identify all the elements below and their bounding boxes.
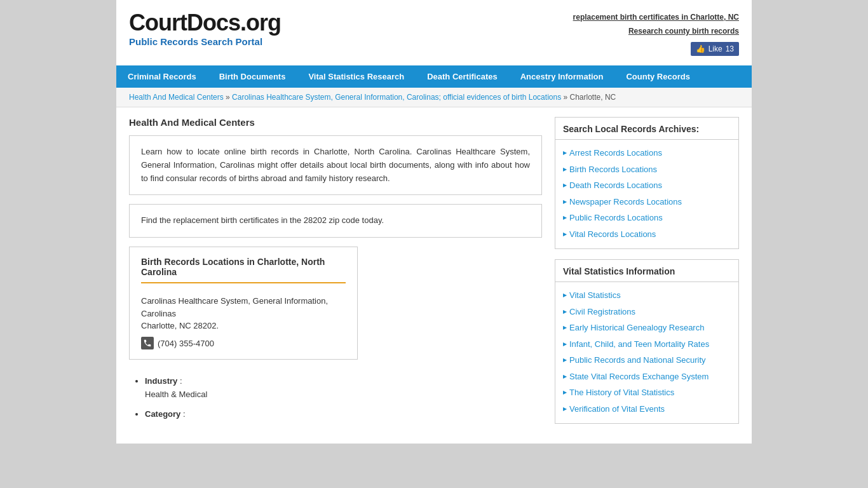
list-item: Vital Records Locations — [563, 226, 731, 243]
archives-title: Search Local Records Archives: — [555, 118, 738, 140]
nav-county-records[interactable]: County Records — [614, 65, 701, 88]
nav-vital-statistics-research[interactable]: Vital Statistics Research — [297, 65, 416, 88]
vital-link-7[interactable]: Verification of Vital Events — [569, 403, 665, 416]
nav-death-certificates[interactable]: Death Certificates — [416, 65, 509, 88]
archives-link-vital[interactable]: Vital Records Locations — [569, 228, 656, 241]
archives-link-public[interactable]: Public Records Locations — [569, 212, 663, 224]
logo-area: CourtDocs.org Public Records Search Port… — [129, 10, 281, 47]
list-item: Arrest Records Locations — [563, 145, 731, 161]
industry-value: Health & Medical — [145, 388, 542, 402]
phone-svg — [143, 339, 152, 348]
paragraph1: Learn how to locate online birth records… — [141, 147, 530, 183]
header-right: replacement birth certificates in Charlo… — [573, 10, 739, 56]
vital-link-1[interactable]: Civil Registrations — [569, 306, 635, 318]
header-link2[interactable]: Research county birth records — [573, 27, 739, 36]
sidebar: Search Local Records Archives: Arrest Re… — [555, 117, 739, 434]
category-item: Category : — [145, 408, 542, 421]
vital-link-3[interactable]: Infant, Child, and Teen Mortality Rates — [569, 338, 709, 351]
breadcrumb-link2[interactable]: Carolinas Healthcare System, General Inf… — [232, 93, 561, 102]
breadcrumb-sep2: » — [564, 93, 570, 102]
vital-link-2[interactable]: Early Historical Genealogy Research — [569, 322, 704, 334]
archives-list: Arrest Records Locations Birth Records L… — [555, 140, 738, 248]
list-item: Death Records Locations — [563, 177, 731, 194]
list-item: Birth Records Locations — [563, 161, 731, 178]
list-item: State Vital Records Exchange System — [563, 369, 731, 385]
phone-row: (704) 355-4700 — [141, 337, 346, 349]
list-item: Early Historical Genealogy Research — [563, 320, 731, 336]
page-title: Health And Medical Centers — [129, 117, 542, 128]
industry-label: Industry — [145, 376, 177, 386]
vital-stats-box: Vital Statistics Information Vital Stati… — [555, 259, 739, 424]
industry-item: Industry : Health & Medical — [145, 375, 542, 402]
breadcrumb: Health And Medical Centers » Carolinas H… — [116, 88, 752, 107]
paragraph2: Find the replacement birth certificates … — [141, 215, 384, 225]
site-logo[interactable]: CourtDocs.org — [129, 10, 281, 36]
main-nav: Criminal Records Birth Documents Vital S… — [116, 65, 752, 88]
list-item: Public Records Locations — [563, 210, 731, 226]
header-link1[interactable]: replacement birth certificates in Charlo… — [573, 13, 739, 22]
vital-link-6[interactable]: The History of Vital Statistics — [569, 386, 674, 399]
industry-section: Industry : Health & Medical Category : — [129, 369, 542, 433]
breadcrumb-link1[interactable]: Health And Medical Centers — [129, 93, 224, 102]
breadcrumb-sep1: » — [226, 93, 232, 102]
archives-link-arrest[interactable]: Arrest Records Locations — [569, 147, 662, 159]
archives-link-death[interactable]: Death Records Locations — [569, 179, 662, 192]
list-item: Public Records and National Security — [563, 352, 731, 369]
list-item: Civil Registrations — [563, 304, 731, 320]
location-card-name: Carolinas Healthcare System, General Inf… — [141, 295, 346, 320]
archives-link-birth[interactable]: Birth Records Locations — [569, 163, 657, 176]
category-label: Category — [145, 409, 180, 419]
location-card-address: Charlotte, NC 28202. — [141, 321, 346, 330]
breadcrumb-current: Charlotte, NC — [570, 93, 616, 102]
location-card-title: Birth Records Locations in Charlotte, No… — [141, 257, 346, 286]
list-item: Newspaper Records Locations — [563, 194, 731, 210]
vital-link-0[interactable]: Vital Statistics — [569, 289, 621, 302]
list-item: Infant, Child, and Teen Mortality Rates — [563, 336, 731, 353]
like-count: 13 — [726, 44, 734, 53]
vital-stats-list: Vital Statistics Civil Registrations Ear… — [555, 282, 738, 423]
archives-box: Search Local Records Archives: Arrest Re… — [555, 117, 739, 249]
like-button[interactable]: 👍 Like 13 — [691, 42, 739, 56]
vital-stats-title: Vital Statistics Information — [555, 260, 738, 282]
vital-link-4[interactable]: Public Records and National Security — [569, 354, 706, 367]
thumbs-up-icon: 👍 — [696, 44, 705, 53]
list-item: Verification of Vital Events — [563, 401, 731, 417]
location-card: Birth Records Locations in Charlotte, No… — [129, 247, 358, 360]
nav-ancestry-information[interactable]: Ancestry Information — [509, 65, 615, 88]
list-item: The History of Vital Statistics — [563, 384, 731, 401]
nav-birth-documents[interactable]: Birth Documents — [208, 65, 297, 88]
info-box-1: Learn how to locate online birth records… — [129, 135, 542, 195]
info-box-2: Find the replacement birth certificates … — [129, 204, 542, 238]
site-tagline: Public Records Search Portal — [129, 36, 281, 47]
main-content: Health And Medical Centers Learn how to … — [129, 117, 542, 434]
phone-number: (704) 355-4700 — [158, 339, 214, 348]
list-item: Vital Statistics — [563, 287, 731, 304]
archives-link-newspaper[interactable]: Newspaper Records Locations — [569, 196, 682, 208]
like-label: Like — [709, 44, 722, 53]
phone-icon — [141, 337, 154, 349]
nav-criminal-records[interactable]: Criminal Records — [116, 65, 208, 88]
vital-link-5[interactable]: State Vital Records Exchange System — [569, 370, 709, 383]
